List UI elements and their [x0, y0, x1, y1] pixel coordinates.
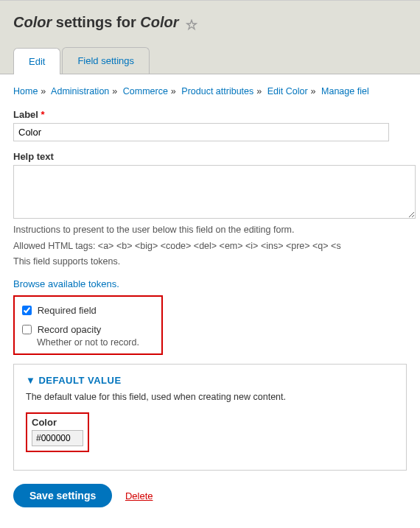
- record-opacity-desc: Whether or not to record.: [37, 337, 154, 348]
- chevron-down-icon: ▼: [26, 375, 35, 386]
- title-prefix: Color: [13, 14, 52, 30]
- label-input[interactable]: [13, 123, 389, 141]
- help-text-desc3: This field supports tokens.: [13, 255, 407, 269]
- help-text-textarea[interactable]: [13, 165, 416, 219]
- help-text-desc2: Allowed HTML tags: <a> <b> <big> <code> …: [13, 239, 407, 253]
- record-opacity-checkbox[interactable]: [22, 325, 32, 334]
- default-color-label: Color: [32, 417, 83, 428]
- default-color-input[interactable]: [32, 430, 83, 446]
- form-actions: Save settings Delete: [13, 484, 407, 507]
- save-button[interactable]: Save settings: [13, 484, 112, 507]
- default-value-fieldset: ▼Default Value The default value for thi…: [13, 364, 407, 471]
- title-suffix: Color: [140, 14, 178, 30]
- breadcrumb-manage-fields[interactable]: Manage fiel: [321, 86, 369, 96]
- record-opacity-label: Record opacity: [38, 324, 102, 335]
- delete-link[interactable]: Delete: [125, 490, 153, 501]
- tabs: Edit Field settings: [13, 47, 407, 74]
- breadcrumb-product-attributes[interactable]: Product attributes: [181, 86, 253, 96]
- title-mid: settings for: [52, 14, 140, 30]
- default-color-box: Color: [26, 412, 89, 452]
- breadcrumb-admin[interactable]: Administration: [51, 86, 109, 96]
- breadcrumb: Home» Administration» Commerce» Product …: [13, 85, 407, 99]
- label-label: Label *: [13, 109, 407, 120]
- breadcrumb-commerce[interactable]: Commerce: [123, 86, 168, 96]
- default-value-desc: The default value for this field, used w…: [26, 392, 394, 402]
- tab-field-settings[interactable]: Field settings: [62, 47, 150, 74]
- breadcrumb-home[interactable]: Home: [13, 86, 38, 96]
- required-field-label: Required field: [38, 305, 97, 316]
- default-value-legend[interactable]: ▼Default Value: [26, 375, 394, 392]
- help-text-label: Help text: [13, 151, 407, 162]
- breadcrumb-edit-color[interactable]: Edit Color: [267, 86, 308, 96]
- browse-tokens-link[interactable]: Browse available tokens.: [13, 278, 119, 289]
- page-title: Color settings for Color: [13, 14, 407, 31]
- required-field-checkbox[interactable]: [22, 306, 32, 315]
- tab-edit[interactable]: Edit: [13, 48, 60, 74]
- required-marker-icon: *: [41, 109, 45, 120]
- required-opacity-box: Required field Record opacity Whether or…: [13, 295, 163, 355]
- help-text-desc1: Instructions to present to the user belo…: [13, 223, 407, 237]
- star-icon[interactable]: [186, 18, 197, 29]
